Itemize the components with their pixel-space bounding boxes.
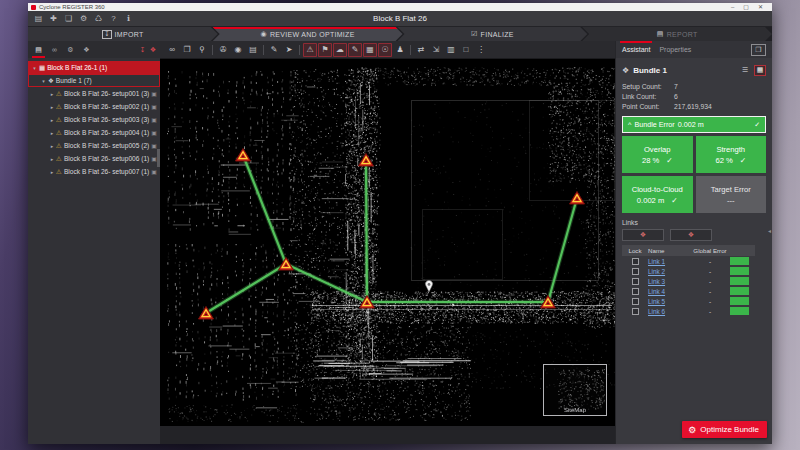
expander-caret[interactable]: ▸ — [50, 104, 54, 110]
create-target-link-button[interactable]: ❖ — [670, 229, 712, 241]
show-point-clouds-icon[interactable]: ☁ — [333, 43, 347, 57]
list-view-toggle[interactable]: ☰ — [739, 65, 751, 76]
link-line[interactable] — [548, 198, 577, 302]
tree-item-setup[interactable]: ▸⚠Block B Flat 26- setup002 (1)▣ — [28, 100, 160, 113]
thumbnail-icon[interactable]: ▣ — [151, 116, 157, 123]
link-name[interactable]: Link 1 — [648, 258, 690, 265]
optimize-bundle-button[interactable]: ⚙ Optimize Bundle — [682, 421, 767, 438]
import-data-button[interactable]: ↧ — [140, 41, 146, 58]
tree-item-setup[interactable]: ▸⚠Block B Flat 26- setup001 (3)▣ — [28, 87, 160, 100]
metric-tile-overlap[interactable]: Overlap28 %✓ — [622, 136, 693, 173]
lock-checkbox[interactable] — [632, 288, 639, 295]
tree-item-setup[interactable]: ▸⚠Block B Flat 26- setup006 (1)▣ — [28, 152, 160, 165]
link-line[interactable] — [206, 264, 286, 313]
thumbnail-icon[interactable]: ▣ — [151, 129, 157, 136]
show-geotags-icon[interactable]: ☉ — [378, 43, 392, 57]
grid-view-toggle[interactable]: ▦ — [754, 65, 766, 76]
link-line[interactable] — [366, 160, 367, 302]
new-project-icon[interactable]: ✚ — [46, 11, 61, 26]
minimize-button[interactable]: – — [731, 3, 734, 11]
tree-item-setup[interactable]: ▸⚠Block B Flat 26- setup007 (1)▣ — [28, 165, 160, 178]
tab-properties[interactable]: Properties — [659, 41, 691, 58]
link-line[interactable] — [243, 155, 286, 264]
thumbnail-icon[interactable]: ▣ — [151, 103, 157, 110]
panorama-icon[interactable]: ◉ — [231, 43, 245, 57]
collapse-icon[interactable]: ^ — [628, 120, 631, 129]
expander-caret[interactable]: ▸ — [50, 169, 54, 175]
tree-item-setup[interactable]: ▸⚠Block B Flat 26- setup004 (1)▣ — [28, 126, 160, 139]
show-annotations-icon[interactable]: ✎ — [348, 43, 362, 57]
tree-item-project[interactable]: ▾▦Block B Flat 26-1 (1) — [28, 61, 160, 74]
lock-checkbox[interactable] — [632, 308, 639, 315]
maximize-button[interactable]: ▢ — [743, 3, 749, 11]
metric-tile-target-error[interactable]: Target Error--- — [696, 176, 767, 213]
viewport[interactable]: SiteMap — [160, 59, 615, 426]
sitemap-inset[interactable]: SiteMap — [543, 364, 607, 416]
delete-icon[interactable]: ♺ — [91, 11, 106, 26]
select-cursor-icon[interactable]: ➤ — [282, 43, 296, 57]
link-name[interactable]: Link 5 — [648, 298, 690, 305]
thumbnail-icon[interactable]: ▣ — [151, 90, 157, 97]
fit-view-icon[interactable]: ❐ — [180, 43, 194, 57]
workflow-tab-review[interactable]: ◉REVIEW AND OPTIMIZE — [213, 27, 403, 41]
bundle-error-banner[interactable]: ^ Bundle Error 0.002 m ✓ — [622, 116, 766, 133]
library-icon[interactable]: ❏ — [61, 11, 76, 26]
draw-icon[interactable]: ✎ — [267, 43, 281, 57]
workflow-tab-finalize[interactable]: ☑FINALIZE — [398, 27, 588, 41]
visual-alignment-icon[interactable]: ▥ — [444, 43, 458, 57]
popout-panel-icon[interactable]: ❐ — [751, 44, 766, 56]
setup-marker[interactable] — [279, 258, 294, 271]
zoom-window-icon[interactable]: ⚲ — [195, 43, 209, 57]
expand-view-icon[interactable]: ⇲ — [429, 43, 443, 57]
new-bundle-button[interactable]: ❖ — [150, 41, 156, 58]
expander-caret[interactable]: ▾ — [41, 78, 46, 84]
thumbnail-icon[interactable]: ▣ — [151, 142, 157, 149]
sidebar-tab-devices[interactable]: ⚙ — [64, 41, 77, 58]
workflow-tab-report[interactable]: ▤REPORT — [582, 27, 772, 41]
setup-marker[interactable] — [236, 149, 251, 162]
help-icon[interactable]: ? — [106, 11, 121, 26]
image-view-icon[interactable]: ▤ — [246, 43, 260, 57]
link-name[interactable]: Link 6 — [648, 308, 690, 315]
tree-item-bundle[interactable]: ▾❖Bundle 1 (7) — [28, 74, 160, 87]
expander-caret[interactable]: ▸ — [50, 91, 54, 97]
lock-checkbox[interactable] — [632, 298, 639, 305]
metric-tile-cloud-to-cloud[interactable]: Cloud-to-Cloud0.002 m✓ — [622, 176, 693, 213]
close-button[interactable]: ✕ — [758, 3, 763, 11]
swap-link-icon[interactable]: ⇄ — [414, 43, 428, 57]
link-name[interactable]: Link 4 — [648, 288, 690, 295]
measure-icon[interactable]: ∞ — [165, 43, 179, 57]
expander-caret[interactable]: ▸ — [50, 117, 54, 123]
open-folder-icon[interactable]: ▤ — [31, 11, 46, 26]
link-line[interactable] — [286, 264, 367, 302]
panel-collapse-handle[interactable]: ◂ — [768, 227, 771, 234]
lock-checkbox[interactable] — [632, 258, 639, 265]
link-name[interactable]: Link 2 — [648, 268, 690, 275]
pano-walk-icon[interactable]: ♟ — [393, 43, 407, 57]
sidebar-tab-share[interactable]: ❖ — [80, 41, 93, 58]
create-cloud-link-button[interactable]: ❖ — [622, 229, 664, 241]
settings-icon[interactable]: ⚙ — [76, 11, 91, 26]
sidebar-tab-links-view[interactable]: ∞ — [48, 41, 61, 58]
tree-item-setup[interactable]: ▸⚠Block B Flat 26- setup005 (2)▣ — [28, 139, 160, 152]
more-options-icon[interactable]: ⋮ — [474, 43, 488, 57]
setup-marker[interactable] — [359, 154, 374, 167]
lock-checkbox[interactable] — [632, 278, 639, 285]
link-name[interactable]: Link 3 — [648, 278, 690, 285]
camera-icon[interactable]: ✇ — [216, 43, 230, 57]
show-images-icon[interactable]: ▦ — [363, 43, 377, 57]
thumbnail-icon[interactable]: ▣ — [151, 168, 157, 175]
expander-caret[interactable]: ▸ — [50, 156, 54, 162]
metric-tile-strength[interactable]: Strength62 %✓ — [696, 136, 767, 173]
show-labels-icon[interactable]: ⚑ — [318, 43, 332, 57]
workflow-tab-import[interactable]: ↧IMPORT — [28, 27, 218, 41]
fullscreen-icon[interactable]: □ — [459, 43, 473, 57]
lock-checkbox[interactable] — [632, 268, 639, 275]
tab-assistant[interactable]: Assistant — [622, 41, 650, 58]
expander-caret[interactable]: ▾ — [32, 65, 37, 71]
geotag-pin-icon[interactable] — [425, 280, 432, 292]
expander-caret[interactable]: ▸ — [50, 143, 54, 149]
tree-item-setup[interactable]: ▸⚠Block B Flat 26- setup003 (3)▣ — [28, 113, 160, 126]
expander-caret[interactable]: ▸ — [50, 130, 54, 136]
show-setups-icon[interactable]: ⚠ — [303, 43, 317, 57]
